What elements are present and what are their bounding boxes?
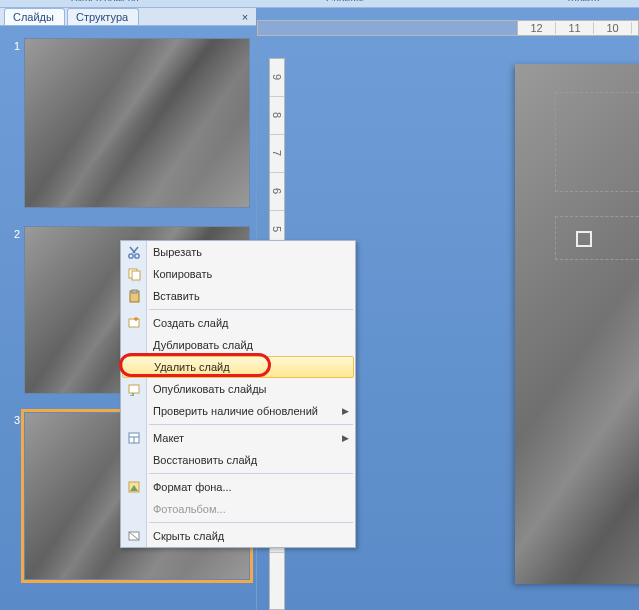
ctx-label: Проверить наличие обновлений — [153, 405, 342, 417]
horizontal-ruler: 12 11 10 — [257, 20, 639, 36]
panel-close-button[interactable]: × — [238, 11, 252, 25]
paste-icon — [125, 288, 143, 304]
ctx-label: Макет — [153, 432, 342, 444]
thumb-number: 1 — [6, 38, 20, 208]
ctx-check-updates[interactable]: Проверить наличие обновлений ▶ — [121, 400, 355, 422]
ctx-hide-slide[interactable]: Скрыть слайд — [121, 525, 355, 547]
svg-rect-5 — [132, 290, 137, 293]
ctx-separator — [149, 309, 353, 310]
submenu-arrow-icon: ▶ — [342, 433, 349, 443]
ctx-restore-slide[interactable]: Восстановить слайд — [121, 449, 355, 471]
svg-rect-7 — [129, 385, 139, 393]
ctx-photo-album: Фотоальбом... — [121, 498, 355, 520]
ctx-copy[interactable]: Копировать — [121, 263, 355, 285]
ctx-new-slide[interactable]: Создать слайд — [121, 312, 355, 334]
ctx-label: Формат фона... — [153, 481, 355, 493]
publish-icon — [125, 381, 143, 397]
ctx-separator — [149, 473, 353, 474]
check-updates-icon — [125, 403, 143, 419]
ctx-label: Дублировать слайд — [153, 339, 355, 351]
ctx-duplicate-slide[interactable]: Дублировать слайд — [121, 334, 355, 356]
ctx-separator — [149, 522, 353, 523]
ctx-publish-slides[interactable]: Опубликовать слайды — [121, 378, 355, 400]
new-slide-icon — [125, 315, 143, 331]
ctx-label: Восстановить слайд — [153, 454, 355, 466]
format-bg-icon — [125, 479, 143, 495]
tab-outline[interactable]: Структура — [67, 8, 139, 25]
title-placeholder[interactable] — [555, 92, 639, 192]
panel-tabs: Слайды Структура × — [0, 8, 256, 26]
content-placeholder[interactable] — [555, 216, 639, 260]
album-icon — [125, 501, 143, 517]
cut-icon — [125, 244, 143, 260]
ctx-separator — [149, 424, 353, 425]
ctx-label: Вырезать — [153, 246, 355, 258]
ribbon-group-clipboard: Буфер обмена — [50, 0, 160, 1]
ctx-delete-slide[interactable]: Удалить слайд — [122, 356, 354, 378]
ctx-label: Опубликовать слайды — [153, 383, 355, 395]
slide-canvas[interactable] — [515, 64, 639, 584]
ctx-label: Вставить — [153, 290, 355, 302]
ctx-cut[interactable]: Вырезать — [121, 241, 355, 263]
thumb-number: 2 — [6, 226, 20, 394]
ctx-label: Копировать — [153, 268, 355, 280]
duplicate-icon — [125, 337, 143, 353]
ctx-label: Фотоальбом... — [153, 503, 355, 515]
ctx-format-background[interactable]: Формат фона... — [121, 476, 355, 498]
hide-slide-icon — [125, 528, 143, 544]
restore-icon — [125, 452, 143, 468]
context-menu: Вырезать Копировать Вставить Создать сла… — [120, 240, 356, 548]
svg-rect-6 — [129, 319, 139, 327]
layout-icon — [125, 430, 143, 446]
svg-rect-3 — [132, 271, 140, 280]
tab-slides[interactable]: Слайды — [4, 8, 65, 25]
ctx-layout[interactable]: Макет ▶ — [121, 427, 355, 449]
ctx-label: Создать слайд — [153, 317, 355, 329]
bullet-icon — [576, 231, 592, 247]
svg-point-1 — [135, 254, 139, 258]
thumb-number: 3 — [6, 412, 20, 580]
copy-icon — [125, 266, 143, 282]
ribbon-group-font: Шрифт — [529, 0, 639, 1]
ctx-label: Скрыть слайд — [153, 530, 355, 542]
ribbon-groups-row: Буфер обмена Слайды Шрифт — [0, 0, 639, 8]
slide-thumb-1[interactable]: 1 — [6, 38, 250, 208]
ctx-paste[interactable]: Вставить — [121, 285, 355, 307]
submenu-arrow-icon: ▶ — [342, 406, 349, 416]
svg-point-0 — [129, 254, 133, 258]
ribbon-group-slides: Слайды — [290, 0, 400, 1]
delete-icon — [126, 359, 144, 375]
ctx-label: Удалить слайд — [154, 361, 353, 373]
